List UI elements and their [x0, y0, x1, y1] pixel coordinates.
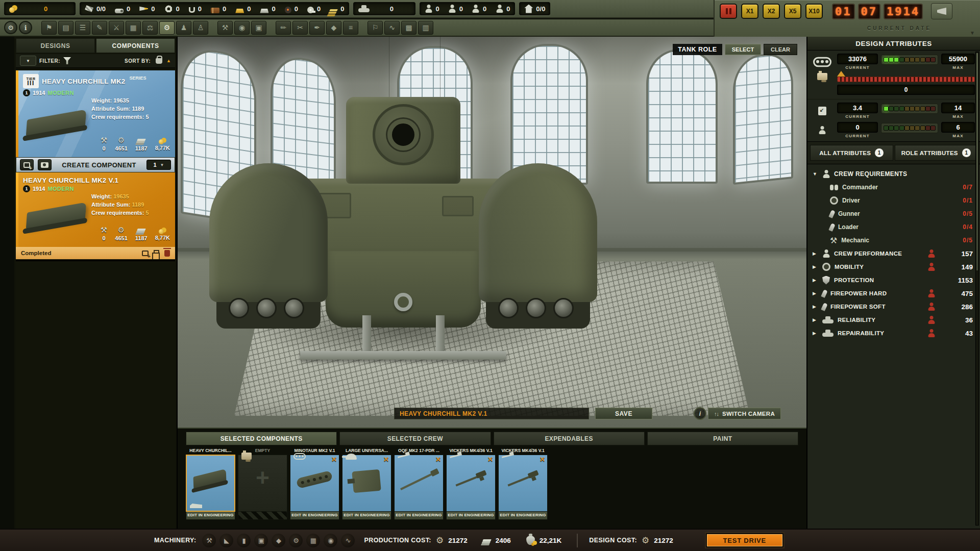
- attribute-group-protection[interactable]: ▶ PROTECTION 1153: [807, 273, 980, 287]
- design-bureau-icon[interactable]: ✎: [92, 21, 107, 35]
- attribute-group-crew-performance[interactable]: ▶ CREW PERFORMANCE 157: [807, 247, 980, 260]
- components-icon[interactable]: ▩: [401, 21, 416, 35]
- 3d-viewport[interactable]: TANK ROLE SELECT CLEAR HEAVY CHURCHILL M…: [178, 37, 806, 428]
- test-drive-button[interactable]: TEST DRIVE: [706, 533, 783, 547]
- reports-icon[interactable]: ☰: [75, 21, 90, 35]
- collapse-icon[interactable]: ▼: [813, 171, 818, 177]
- battles-icon[interactable]: ⚔: [109, 21, 124, 35]
- scrollbar[interactable]: [975, 52, 979, 525]
- design-card-series[interactable]: TIER III HEAVY CHURCHILL MK2 SERIES 1 19…: [16, 70, 175, 157]
- tab-paint[interactable]: PAINT: [647, 432, 798, 445]
- attribute-group-firepower-hard[interactable]: ▶ FIREPOWER HARD 475: [807, 287, 980, 300]
- slider-track[interactable]: [837, 77, 975, 82]
- remove-component-icon[interactable]: ✕: [435, 456, 441, 463]
- attribute-group-repairability[interactable]: ▶ REPAIRABILITY 43: [807, 327, 980, 340]
- component-card-empty-engine[interactable]: EMPTY +: [238, 447, 287, 520]
- filter-funnel-icon[interactable]: [63, 57, 71, 64]
- market-icon[interactable]: ▣: [251, 21, 266, 35]
- add-frame-icon[interactable]: [142, 251, 149, 256]
- all-attributes-button[interactable]: ALL ATTRIBUTES 1: [810, 145, 893, 161]
- role-attributes-button[interactable]: ROLE ATTRIBUTES 1: [895, 145, 978, 161]
- chevron-down-icon[interactable]: ▼: [970, 30, 975, 36]
- crew-row-commander[interactable]: Commander 0/7: [807, 181, 980, 194]
- edit-in-engineering-button[interactable]: EDIT IN ENGINEERING: [394, 512, 444, 520]
- expand-icon[interactable]: ▶: [813, 331, 818, 336]
- create-component-label[interactable]: CREATE COMPONENT: [62, 161, 136, 169]
- switch-camera-button[interactable]: ↑↓ SWITCH CAMERA: [708, 408, 781, 419]
- save-button[interactable]: SAVE: [595, 408, 652, 419]
- edit-in-engineering-button[interactable]: EDIT IN ENGINEERING: [446, 512, 496, 520]
- crew-icon[interactable]: ♟: [176, 21, 191, 35]
- attribute-group-reliability[interactable]: ▶ RELIABILITY 36: [807, 313, 980, 327]
- component-card-tracks[interactable]: MINOTAUR MK2 V.1 ✕ EDIT IN ENGINEERING: [290, 447, 339, 520]
- settings-icon[interactable]: ⚙: [4, 21, 17, 34]
- logistics-icon[interactable]: ⚖: [142, 21, 158, 35]
- press-shop-icon[interactable]: ⚒: [217, 21, 233, 35]
- design-card-variant[interactable]: HEAVY CHURCHILL MK2 V.1 1 1914 MODERN We…: [16, 172, 175, 259]
- add-component-button[interactable]: [20, 159, 34, 170]
- sort-weight-icon[interactable]: [156, 58, 162, 64]
- tab-selected-crew[interactable]: SELECTED CREW: [339, 432, 491, 445]
- weapons-icon[interactable]: ∿: [384, 21, 400, 35]
- edit-in-engineering-button[interactable]: EDIT IN ENGINEERING: [342, 512, 391, 520]
- component-card-hull[interactable]: HEAVY CHURCHIL... EDIT IN ENGINEERING: [186, 447, 235, 520]
- tab-components[interactable]: COMPONENTS: [96, 38, 175, 53]
- attribute-group-firepower-soft[interactable]: ▶ FIREPOWER SOFT 286: [807, 300, 980, 313]
- tools-icon[interactable]: ≡: [343, 21, 358, 35]
- cut-icon[interactable]: ✂: [292, 21, 308, 35]
- crew-row-driver[interactable]: Driver 0/1: [807, 194, 980, 207]
- edit-in-engineering-button[interactable]: EDIT IN ENGINEERING: [186, 512, 235, 520]
- tank-role-select-button[interactable]: SELECT: [725, 44, 761, 55]
- remove-component-icon[interactable]: ✕: [331, 456, 337, 463]
- tab-designs[interactable]: DESIGNS: [16, 38, 95, 53]
- speed-x2-button[interactable]: X2: [763, 4, 780, 19]
- military-icon[interactable]: ⚑: [41, 21, 57, 35]
- tank-model[interactable]: [209, 57, 597, 373]
- crew-row-loader[interactable]: Loader 0/4: [807, 220, 980, 234]
- expand-icon[interactable]: ▶: [813, 251, 818, 256]
- remove-component-icon[interactable]: ✕: [540, 456, 545, 463]
- filter-dropdown-button[interactable]: ▼: [20, 56, 36, 66]
- remove-component-icon[interactable]: ✕: [487, 456, 493, 463]
- crew-row-gunner[interactable]: Gunner 0/5: [807, 207, 980, 220]
- component-count-dropdown[interactable]: 1▼: [146, 160, 171, 170]
- expand-icon[interactable]: ▶: [813, 278, 818, 283]
- add-component-icon[interactable]: +: [256, 464, 270, 491]
- staff-icon[interactable]: ♙: [193, 21, 208, 35]
- speed-x10-button[interactable]: X10: [805, 4, 823, 19]
- component-card-turret[interactable]: LARGE UNIVERSA... ✕ EDIT IN ENGINEERING: [342, 447, 391, 520]
- expand-icon[interactable]: ▶: [813, 317, 818, 322]
- engine-power-slider[interactable]: 0: [837, 71, 975, 95]
- speed-x1-button[interactable]: X1: [741, 4, 758, 19]
- announcements-button[interactable]: [931, 3, 952, 19]
- edit-in-engineering-button[interactable]: EDIT IN ENGINEERING: [290, 512, 339, 520]
- expand-icon[interactable]: ▶: [813, 291, 818, 296]
- tab-expendables[interactable]: EXPENDABLES: [494, 432, 645, 445]
- speed-x5-button[interactable]: X5: [784, 4, 801, 19]
- camera-info-icon[interactable]: i: [694, 407, 706, 420]
- duplicate-icon[interactable]: [154, 250, 159, 256]
- expand-icon[interactable]: ▶: [813, 304, 818, 309]
- component-card-machine-gun[interactable]: VICKERS MK4/36 V.1 ✕ EDIT IN ENGINEERING: [446, 447, 496, 520]
- crew-row-mechanic[interactable]: ⚒ Mechanic 0/5: [807, 234, 980, 247]
- crew-requirements-header[interactable]: ▼ CREW REQUIREMENTS: [807, 167, 980, 181]
- production-icon[interactable]: ▤: [58, 21, 74, 35]
- tuning-icon[interactable]: ⚐: [368, 21, 383, 35]
- draft-icon[interactable]: ✒: [309, 21, 325, 35]
- measure-icon[interactable]: ◆: [326, 21, 341, 35]
- info-icon[interactable]: ℹ: [19, 21, 32, 34]
- component-card-machine-gun[interactable]: VICKERS MK4/36 V.1 ✕ EDIT IN ENGINEERING: [498, 447, 548, 520]
- scrollbar-thumb[interactable]: [976, 53, 978, 270]
- engineering-icon[interactable]: ⚙: [159, 21, 175, 35]
- factory-icon[interactable]: ▦: [126, 21, 141, 35]
- snapshot-button[interactable]: [38, 159, 52, 170]
- tank-role-clear-button[interactable]: CLEAR: [764, 44, 797, 55]
- sort-ascending-icon[interactable]: ▲: [166, 58, 171, 63]
- edit-in-engineering-button[interactable]: EDIT IN ENGINEERING: [498, 512, 548, 520]
- remove-component-icon[interactable]: ✕: [383, 456, 389, 463]
- attribute-group-mobility[interactable]: ▶ MOBILITY 149: [807, 260, 980, 273]
- edit-icon[interactable]: ✏: [276, 21, 291, 35]
- trash-icon[interactable]: [164, 250, 170, 257]
- parts-icon[interactable]: ▥: [418, 21, 433, 35]
- world-map-icon[interactable]: ◉: [234, 21, 250, 35]
